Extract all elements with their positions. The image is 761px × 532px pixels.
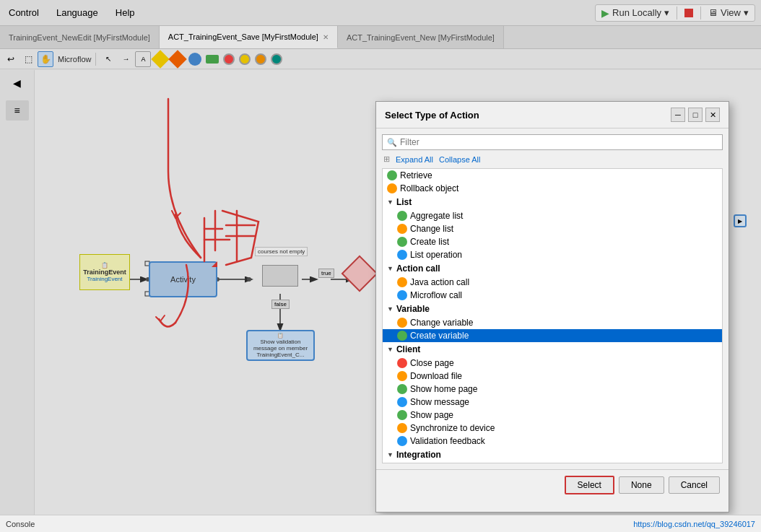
show-message-item[interactable]: Show message — [383, 396, 722, 409]
microflow-call-label: Microflow call — [410, 290, 462, 300]
integration-arrow: ▼ — [387, 451, 393, 458]
create-variable-icon — [397, 331, 407, 341]
filter-input[interactable] — [400, 137, 718, 147]
dialog-title-bar: Select Type of Action ─ □ ✕ — [376, 102, 729, 128]
create-list-label: Create list — [410, 237, 449, 247]
java-action-icon — [397, 277, 407, 287]
aggregate-list-item[interactable]: Aggregate list — [383, 209, 722, 222]
action-tree-list[interactable]: Retrieve Rollback object ▼ List Aggregat… — [382, 168, 723, 463]
list-section[interactable]: ▼ List — [383, 195, 722, 209]
close-page-item[interactable]: Close page — [383, 357, 722, 370]
retrieve-icon — [387, 170, 397, 180]
dialog-title: Select Type of Action — [385, 110, 479, 121]
java-action-call-item[interactable]: Java action call — [383, 276, 722, 289]
create-list-item[interactable]: Create list — [383, 235, 722, 248]
sync-device-icon — [397, 423, 407, 433]
close-page-icon — [397, 358, 407, 368]
validation-feedback-icon — [397, 436, 407, 446]
collapse-all-link[interactable]: Collapse All — [439, 155, 480, 164]
synchronize-device-item[interactable]: Synchronize to device — [383, 422, 722, 435]
integration-label: Integration — [396, 450, 441, 460]
retrieve-item[interactable]: Retrieve — [383, 169, 722, 182]
show-page-label: Show page — [410, 410, 453, 420]
list-operation-item[interactable]: List operation — [383, 248, 722, 261]
list-arrow: ▼ — [387, 199, 393, 206]
variable-arrow: ▼ — [387, 305, 393, 313]
action-call-arrow: ▼ — [387, 265, 393, 272]
status-bar: Console https://blog.csdn.net/qq_3924601… — [0, 515, 761, 532]
client-arrow: ▼ — [387, 346, 393, 353]
show-home-page-item[interactable]: Show home page — [383, 383, 722, 396]
aggregate-list-icon — [397, 211, 407, 221]
expand-collapse-row: ⊞ Expand All Collapse All — [382, 154, 723, 164]
rollback-item[interactable]: Rollback object — [383, 182, 722, 195]
change-variable-label: Change variable — [410, 318, 473, 328]
change-variable-icon — [397, 318, 407, 328]
change-list-icon — [397, 224, 407, 234]
rollback-label: Rollback object — [400, 183, 458, 193]
expand-all-link[interactable]: Expand All — [396, 155, 433, 164]
create-variable-label: Create variable — [410, 331, 469, 341]
expand-icon: ⊞ — [383, 154, 390, 164]
variable-section[interactable]: ▼ Variable — [383, 302, 722, 316]
create-variable-item[interactable]: Create variable — [383, 329, 722, 342]
dialog-restore-button[interactable]: □ — [688, 108, 703, 122]
rollback-icon — [387, 183, 397, 193]
java-action-label: Java action call — [410, 277, 469, 287]
select-type-dialog: Select Type of Action ─ □ ✕ 🔍 ⊞ Expand A… — [375, 101, 729, 513]
show-page-icon — [397, 410, 407, 420]
validation-feedback-label: Validation feedback — [410, 436, 485, 446]
download-file-item[interactable]: Download file — [383, 370, 722, 383]
console-label: Console — [6, 520, 35, 528]
action-call-section[interactable]: ▼ Action call — [383, 261, 722, 276]
filter-icon: 🔍 — [387, 138, 397, 147]
show-home-page-label: Show home page — [410, 384, 477, 394]
action-call-label: Action call — [396, 263, 440, 274]
change-variable-item[interactable]: Change variable — [383, 316, 722, 329]
create-list-icon — [397, 237, 407, 247]
close-page-label: Close page — [410, 358, 454, 368]
change-list-item[interactable]: Change list — [383, 222, 722, 235]
client-section[interactable]: ▼ Client — [383, 342, 722, 357]
change-list-label: Change list — [410, 224, 453, 234]
filter-input-wrapper: 🔍 — [382, 134, 723, 150]
dialog-footer: Select None Cancel — [376, 469, 729, 500]
dialog-body: 🔍 ⊞ Expand All Collapse All Retrieve Rol… — [376, 128, 729, 469]
cancel-button[interactable]: Cancel — [669, 476, 720, 494]
list-operation-icon — [397, 250, 407, 260]
show-message-icon — [397, 397, 407, 407]
retrieve-label: Retrieve — [400, 170, 432, 180]
integration-section[interactable]: ▼ Integration — [383, 448, 722, 462]
show-page-item[interactable]: Show page — [383, 409, 722, 422]
list-operation-label: List operation — [410, 250, 462, 260]
dialog-close-button[interactable]: ✕ — [705, 108, 720, 122]
variable-label: Variable — [396, 304, 430, 314]
show-message-label: Show message — [410, 397, 469, 407]
download-file-label: Download file — [410, 371, 462, 381]
dialog-minimize-button[interactable]: ─ — [671, 108, 685, 122]
aggregate-list-label: Aggregate list — [410, 211, 463, 221]
sync-device-label: Synchronize to device — [410, 423, 495, 433]
none-button[interactable]: None — [619, 476, 664, 494]
download-file-icon — [397, 371, 407, 381]
select-button[interactable]: Select — [565, 476, 614, 494]
list-label: List — [396, 197, 412, 207]
status-url: https://blog.csdn.net/qq_39246017 — [633, 520, 755, 528]
microflow-call-icon — [397, 290, 407, 300]
client-label: Client — [396, 344, 420, 354]
validation-feedback-item[interactable]: Validation feedback — [383, 435, 722, 448]
dialog-window-controls: ─ □ ✕ — [671, 108, 720, 122]
microflow-call-item[interactable]: Microflow call — [383, 289, 722, 302]
show-home-page-icon — [397, 384, 407, 394]
